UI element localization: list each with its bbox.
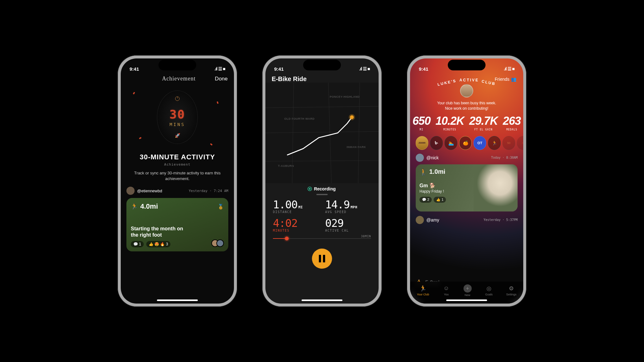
activity-title: E-Bike Ride <box>265 74 379 83</box>
feed-card[interactable]: 🚶 1.0mi Gm 🐕 Happy Friday ! 💬 2 👍 1 <box>416 164 518 211</box>
you-icon: ☺ <box>443 285 450 292</box>
clock-icon <box>175 96 180 101</box>
svg-line-4 <box>328 83 331 183</box>
card-text: Starting the month on the right foot <box>131 226 191 238</box>
distance-unit: MI <box>298 205 303 209</box>
recording-label: Recording <box>314 186 336 191</box>
avatar[interactable] <box>416 154 424 162</box>
badge-ot[interactable]: OT <box>474 136 486 150</box>
tab-label: Goals <box>485 293 493 296</box>
badge-icon: 🏅 <box>218 204 224 210</box>
status-icons: .ıl ☰ ■ <box>214 66 225 71</box>
activity-card[interactable]: 🏃 4.0mi 🏅 Starting the month on the righ… <box>126 198 228 251</box>
stat-avg-speed: 14.9MPH AVG SPEED <box>325 198 371 214</box>
tab-your-club[interactable]: 🏃Your Club <box>417 285 429 296</box>
badge-unit: MINS <box>169 122 185 127</box>
user-row[interactable]: @etiennewbd Yesterday · 7:24 AM <box>121 187 234 198</box>
slider-knob[interactable] <box>285 237 289 240</box>
badge-40[interactable]: 40 <box>517 136 523 150</box>
plus-icon: + <box>464 284 472 293</box>
phone-3-club: 9:41 .ıl ☰ ■ Friends 👥 LUKE'S ACTIVE CLU… <box>407 55 526 307</box>
run-icon: 🏃 <box>131 203 138 210</box>
recording-indicator: Recording <box>265 183 379 193</box>
comment-pill[interactable]: 💬 2 <box>419 197 432 203</box>
speed-unit: MPH <box>351 205 357 209</box>
badge-area: 30 MINS 🚀 <box>121 86 234 149</box>
badges-row[interactable]: 200Mi ⛷ 🏊 🍊 OT 🏃 50 40 <box>410 132 523 154</box>
comment-pill[interactable]: 💬 1 <box>131 241 144 247</box>
home-indicator[interactable] <box>302 299 342 301</box>
user-handle: @etiennewbd <box>137 189 162 193</box>
badge-swim[interactable]: 🏊 <box>445 136 457 150</box>
goals-icon: ◎ <box>486 285 492 292</box>
notch <box>303 60 341 70</box>
stat-medals: 263MEDALS <box>503 114 521 131</box>
cal-value: 029 <box>325 217 343 229</box>
badge-run[interactable]: 🏃 <box>488 136 501 150</box>
post-time: Today · 8:30AM <box>491 156 518 159</box>
cal-label: ACTIVE CAL <box>325 229 371 232</box>
reactions-row: 💬 1 👍 😍 🔥 3 <box>131 241 224 247</box>
club-icon: 🏃 <box>419 285 426 292</box>
svg-line-2 <box>265 161 379 161</box>
svg-point-7 <box>350 115 354 119</box>
tab-label: Your Club <box>417 293 429 296</box>
post-timestamp: Yesterday · 7:24 AM <box>189 189 228 193</box>
phone3-screen: 9:41 .ıl ☰ ■ Friends 👥 LUKE'S ACTIVE CLU… <box>410 58 523 304</box>
home-indicator[interactable] <box>446 299 487 301</box>
reactions-pill[interactable]: 👍 😍 🔥 3 <box>146 241 171 247</box>
stats-grid: 1.00MI DISTANCE 14.9MPH AVG SPEED 4:02 M… <box>265 198 379 232</box>
stat-distance: 1.00MI DISTANCE <box>273 198 319 214</box>
pause-button[interactable] <box>312 249 332 269</box>
feed[interactable]: @nick Today · 8:30AM 🚶 1.0mi Gm 🐕 Happy … <box>410 154 523 224</box>
status-time: 9:41 <box>419 66 428 72</box>
recording-dot-icon <box>308 187 311 190</box>
done-button[interactable]: Done <box>215 76 228 82</box>
feed-user-row[interactable]: @nick Today · 8:30AM <box>416 154 518 162</box>
pause-icon <box>319 255 325 262</box>
home-indicator[interactable] <box>157 299 198 301</box>
friends-button[interactable]: Friends 👥 <box>495 77 516 82</box>
badge-orange[interactable]: 🍊 <box>459 136 472 150</box>
user-handle: @amy <box>426 217 439 222</box>
feed-user-row[interactable]: @amy Yesterday · 5:37PM <box>416 216 518 224</box>
post-time: Yesterday · 5:37PM <box>484 218 518 222</box>
tab-new[interactable]: +New <box>464 284 472 297</box>
achievement-subtitle: Achievement <box>121 162 234 167</box>
badge-200mi[interactable]: 200Mi <box>416 136 428 150</box>
settings-icon: ⚙ <box>508 285 515 292</box>
tab-you[interactable]: ☺You <box>443 285 450 296</box>
badge-number: 30 <box>169 107 185 121</box>
like-pill[interactable]: 👍 1 <box>434 197 446 203</box>
status-icons: .ıl ☰ ■ <box>359 66 370 71</box>
route-path <box>265 83 379 183</box>
distance-value: 1.00 <box>273 198 297 211</box>
status-time: 9:41 <box>130 66 139 72</box>
friends-label: Friends <box>495 77 509 82</box>
svg-line-3 <box>292 83 294 183</box>
badge-50[interactable]: 50 <box>502 136 515 150</box>
achievement-description: Track or sync any 30-minute activity to … <box>121 167 234 187</box>
notch <box>158 60 196 70</box>
avatar[interactable] <box>416 216 424 224</box>
slider-end-label: 30MIN <box>361 235 371 238</box>
stat-elevation: 29.7KFT EL GAIN <box>469 114 498 131</box>
sheet-handle[interactable] <box>316 194 328 195</box>
progress-slider[interactable]: 30MIN <box>273 236 371 241</box>
achievement-header: Achievement Done <box>121 74 234 86</box>
stat-minutes: 4:02 MINUTES <box>273 217 319 232</box>
tab-goals[interactable]: ◎Goals <box>485 285 493 296</box>
avatar[interactable] <box>126 187 135 195</box>
map-view[interactable]: PONCEY-HIGHLAND OLD FOURTH WARD INMAN PA… <box>265 83 379 183</box>
club-avatar[interactable] <box>460 84 473 97</box>
tab-settings[interactable]: ⚙Settings <box>506 285 517 296</box>
phone-2-tracking: 9:41 .ıl ☰ ■ E-Bike Ride PONCEY-HIGHLAND… <box>262 55 382 307</box>
svg-line-0 <box>265 106 379 108</box>
tab-label: New <box>465 293 470 297</box>
participant-avatars[interactable] <box>214 239 224 247</box>
badge-ski[interactable]: ⛷ <box>430 136 443 150</box>
club-message: Your club has been busy this week. Nice … <box>416 101 517 111</box>
phone1-screen: 9:41 .ıl ☰ ■ Achievement Done 30 MINS 🚀 … <box>121 58 234 304</box>
status-time: 9:41 <box>274 66 284 72</box>
phone2-screen: 9:41 .ıl ☰ ■ E-Bike Ride PONCEY-HIGHLAND… <box>265 58 379 304</box>
